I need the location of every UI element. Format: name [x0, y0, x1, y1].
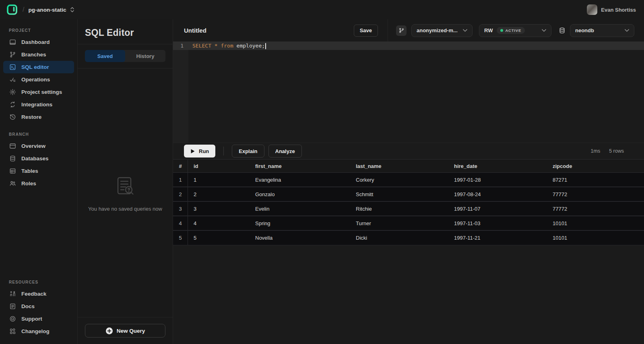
table-cell: Turner [350, 220, 448, 226]
table-row: 44SpringTurner1997-11-0310101 [173, 216, 644, 231]
breadcrumb-divider: / [23, 6, 24, 13]
sidebar-section-project: PROJECTDashboardBranchesSQL editorOperat… [0, 28, 77, 123]
avatar [587, 4, 597, 15]
analyze-button[interactable]: Analyze [268, 145, 302, 157]
sidebar-item-roles[interactable]: Roles [3, 177, 74, 190]
column-header-row-number: # [173, 160, 188, 172]
feedback-icon [9, 290, 16, 298]
sidebar-item-label: Roles [21, 180, 36, 187]
play-icon [190, 149, 195, 154]
sidebar-item-docs[interactable]: Docs [3, 300, 74, 313]
code-editor-body [173, 50, 644, 143]
column-header-id: id [188, 163, 250, 169]
chevron-updown-icon[interactable] [70, 7, 74, 12]
overview-icon [9, 143, 16, 150]
roles-icon [9, 180, 16, 187]
sidebar-item-operations[interactable]: Operations [3, 73, 74, 86]
gutter [173, 50, 188, 143]
table-cell: 5 [173, 231, 188, 245]
chevron-down-icon [625, 29, 629, 32]
table-cell: 77772 [547, 191, 644, 197]
column-header-last_name: last_name [350, 163, 448, 169]
table-cell: Gonzalo [250, 191, 350, 197]
query-duration: 1ms [591, 148, 601, 154]
run-button[interactable]: Run [184, 145, 215, 157]
sidebar-item-sql-editor[interactable]: SQL editor [3, 61, 74, 73]
sidebar-item-integrations[interactable]: Integrations [3, 98, 74, 111]
results-filler [173, 245, 644, 344]
query-panel: SQL Editor SavedHistory You have no sa [78, 19, 173, 344]
changelog-icon [9, 328, 16, 335]
sidebar-item-feedback[interactable]: Feedback [3, 288, 74, 300]
table-cell: 4 [188, 220, 250, 226]
status-dot-icon [500, 29, 503, 32]
no-saved-queries-icon [112, 174, 138, 199]
editor-toolbar: Run Explain Analyze 1ms 5 rows [173, 143, 644, 159]
explain-button[interactable]: Explain [232, 145, 264, 157]
plus-circle-icon [105, 327, 113, 335]
sidebar-item-support[interactable]: Support [3, 313, 74, 325]
table-cell: 1997-08-24 [448, 191, 547, 197]
sidebar-item-label: Dashboard [21, 39, 50, 45]
save-button[interactable]: Save [354, 25, 378, 37]
dashboard-icon [9, 39, 16, 46]
code-token: * [215, 43, 218, 49]
editor-header: Untitled Save anonymized-m... [173, 19, 644, 41]
table-cell: 10101 [547, 235, 644, 241]
sidebar-item-dashboard[interactable]: Dashboard [3, 36, 74, 48]
table-cell: 3 [173, 202, 188, 216]
table-cell: 1997-11-03 [448, 220, 547, 226]
empty-message: You have no saved queries now [88, 206, 162, 212]
table-row: 55NovellaDicki1997-11-2110101 [173, 231, 644, 245]
tab-saved[interactable]: Saved [85, 50, 125, 62]
code-line: 1SELECT * from employee; [173, 41, 644, 50]
toolbar-divider [223, 147, 224, 155]
new-query-label: New Query [117, 328, 145, 334]
branch-icon-button[interactable] [396, 25, 407, 36]
sidebar-item-project-settings[interactable]: Project settings [3, 86, 74, 98]
table-cell: 5 [188, 235, 250, 241]
sidebar-item-label: Operations [21, 77, 50, 83]
sidebar: PROJECTDashboardBranchesSQL editorOperat… [0, 19, 78, 344]
saved-queries-empty-state: You have no saved queries now [78, 68, 173, 317]
header-divider [388, 19, 388, 41]
code-token [211, 43, 215, 49]
database-select[interactable]: neondb [570, 24, 634, 37]
sidebar-item-label: Databases [21, 155, 49, 162]
sql-code-editor[interactable]: 1SELECT * from employee; [173, 41, 644, 143]
branch-select[interactable]: anonymized-m... [411, 24, 473, 37]
table-cell: Novella [250, 235, 350, 241]
table-cell: Dicki [350, 235, 448, 241]
neon-logo-icon[interactable] [6, 4, 18, 15]
sidebar-item-restore[interactable]: Restore [3, 111, 74, 123]
sidebar-item-overview[interactable]: Overview [3, 140, 74, 152]
app: / pg-anon-static Evan Shortiss PROJECTDa… [0, 0, 644, 344]
sidebar-item-databases[interactable]: Databases [3, 152, 74, 165]
branch-select-value: anonymized-m... [417, 27, 458, 33]
sidebar-item-label: Tables [21, 168, 38, 174]
sidebar-item-label: Branches [21, 52, 46, 58]
gear-icon [9, 89, 16, 96]
docs-icon [9, 303, 16, 310]
sidebar-item-label: Overview [21, 143, 45, 149]
column-header-zipcode: zipcode [547, 163, 644, 169]
table-row: 33EvelinRitchie1997-11-0777772 [173, 202, 644, 216]
project-switcher[interactable]: pg-anon-static [28, 7, 66, 13]
sidebar-item-changelog[interactable]: Changelog [3, 325, 74, 338]
tab-history[interactable]: History [125, 50, 165, 62]
user-menu[interactable]: Evan Shortiss [587, 4, 636, 15]
sidebar-item-branches[interactable]: Branches [3, 48, 74, 61]
query-tabs: SavedHistory [85, 50, 165, 62]
table-row: 11EvangelinaCorkery1997-01-2887271 [173, 173, 644, 187]
compute-select[interactable]: RW ACTIVE [479, 24, 551, 37]
code-text: SELECT * from employee; [188, 43, 266, 49]
sidebar-item-label: Restore [21, 114, 41, 120]
restore-icon [9, 114, 16, 121]
status-badge: ACTIVE [497, 27, 525, 34]
operations-icon [9, 76, 16, 83]
new-query-button[interactable]: New Query [85, 324, 165, 338]
sidebar-item-tables[interactable]: Tables [3, 165, 74, 177]
status-label: ACTIVE [505, 28, 521, 33]
code-token: SELECT [192, 43, 211, 49]
query-tabs-wrap: SavedHistory [78, 44, 173, 68]
